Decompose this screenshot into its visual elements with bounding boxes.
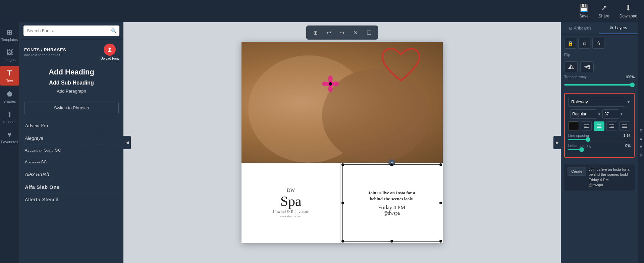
- collapse-left-button[interactable]: ◀: [123, 136, 131, 149]
- align-left-button[interactable]: [581, 121, 592, 131]
- align-right-button[interactable]: [606, 121, 617, 131]
- text-add-section: Add Heading Add Sub Heading Add Paragrap…: [19, 63, 123, 99]
- transparency-fill: [564, 84, 635, 86]
- flip-horizontal-button[interactable]: [564, 61, 578, 72]
- transparency-slider[interactable]: [564, 84, 635, 86]
- svg-point-3: [328, 75, 333, 82]
- upload-font-label: Upload Font: [101, 57, 119, 60]
- tab-artboards[interactable]: ⊡ Artboards: [561, 22, 599, 34]
- arrow-down-bottom[interactable]: ⬇: [638, 152, 644, 159]
- upload-font-button[interactable]: Upload Font: [101, 44, 119, 60]
- search-input[interactable]: [23, 25, 119, 36]
- line-spacing-label: Line spacing: [568, 134, 589, 138]
- sidebar-item-images[interactable]: 🖼 Images: [0, 46, 19, 64]
- flip-vertical-button[interactable]: [580, 61, 594, 72]
- switch-phrases-button[interactable]: Switch to Phrases: [24, 102, 119, 114]
- preview-panel: Create Join us live on Insta for a behin…: [564, 164, 635, 191]
- download-button[interactable]: ⬇ Download: [620, 4, 637, 18]
- undo-button[interactable]: ↩: [324, 28, 334, 38]
- add-subheading-button[interactable]: Add Sub Heading: [24, 78, 119, 87]
- insta-text: Join us live on Insta for a behind-the-s…: [368, 190, 415, 202]
- grid-tool-button[interactable]: ⊞: [310, 28, 320, 38]
- add-heading-button[interactable]: Add Heading: [24, 66, 119, 78]
- arrow-up[interactable]: ▲: [638, 135, 644, 142]
- templates-icon: ⊞: [7, 28, 12, 36]
- redo-button[interactable]: ↪: [337, 28, 347, 38]
- add-paragraph-button[interactable]: Add Paragraph: [24, 87, 119, 95]
- letter-spacing-thumb[interactable]: [579, 147, 584, 152]
- canvas-toolbar: ⊞ ↩ ↪ ✕ ☐: [306, 25, 378, 40]
- align-center-button[interactable]: [594, 121, 604, 131]
- heart-decoration: [379, 47, 423, 87]
- handle-br[interactable]: [439, 240, 442, 243]
- lock-button[interactable]: 🔒: [564, 38, 576, 49]
- font-style-select[interactable]: Regular: [570, 109, 597, 119]
- spa-left-panel: DW Spa Unwind & Rejuvenate www.dwspa.com: [241, 163, 341, 243]
- tab-layers[interactable]: ⧉ Layers: [599, 22, 638, 34]
- font-item-advent-pro[interactable]: Advent Pro: [19, 119, 123, 132]
- font-item-alegreya-sans-sc[interactable]: Alegreya Sans SC: [19, 145, 123, 156]
- font-item-allerta-stencil[interactable]: Allerta Stencil: [19, 194, 123, 206]
- icon-controls-row: 🔒 ⧉ 🗑: [564, 38, 635, 49]
- main-area: ⊞ Templates 🖼 Images T Text ⬟ Shapes ⬆ U…: [0, 22, 644, 263]
- color-swatch[interactable]: [568, 121, 579, 131]
- font-item-alfa-slab-one[interactable]: Alfa Slab One: [19, 181, 123, 194]
- tab-artboards-label: Artboards: [574, 26, 591, 31]
- font-name-select[interactable]: Raleway: [568, 97, 625, 107]
- preview-text-block: Join us live on Insta for a behind-the-s…: [589, 167, 630, 188]
- handle-bl[interactable]: [341, 240, 344, 243]
- letter-spacing-slider[interactable]: [568, 149, 631, 150]
- line-spacing-thumb[interactable]: [586, 137, 590, 142]
- fonts-panel: 🔍 FONTS / PHRASES add text to the canvas…: [19, 22, 123, 263]
- sidebar-item-text[interactable]: T Text: [0, 66, 19, 86]
- line-spacing-value: 1.16: [624, 134, 631, 138]
- handle-tl[interactable]: [341, 163, 344, 166]
- fonts-list: Advent Pro Alegreya Alegreya Sans SC Ale…: [19, 117, 123, 263]
- search-wrap: 🔍: [23, 25, 119, 36]
- arrow-up-top[interactable]: ⬆: [638, 127, 644, 134]
- search-icon: 🔍: [111, 28, 117, 34]
- canvas-area: ⊞ ↩ ↪ ✕ ☐: [123, 22, 561, 263]
- share-button[interactable]: ↗ Share: [599, 4, 609, 18]
- create-button[interactable]: Create: [568, 167, 586, 176]
- right-panel: ⊡ Artboards ⧉ Layers 🔒 ⧉ 🗑 Flip: [561, 22, 638, 263]
- sidebar-item-uploads[interactable]: ⬆ Uploads: [0, 108, 19, 126]
- rotate-handle[interactable]: ↻: [388, 159, 395, 166]
- align-justify-button[interactable]: [619, 121, 630, 131]
- sidebar-item-templates[interactable]: ⊞ Templates: [0, 25, 19, 44]
- handle-mr[interactable]: [439, 202, 442, 204]
- flip-label: Flip: [564, 53, 635, 57]
- duplicate-button[interactable]: ⧉: [578, 38, 590, 49]
- selection-border: [342, 164, 441, 242]
- delete-button[interactable]: ✕: [351, 28, 361, 38]
- font-size-select[interactable]: 37: [602, 109, 619, 119]
- font-name-row: Raleway ▼: [568, 97, 631, 107]
- spa-right-panel[interactable]: ↻ Join us live on Insta for a: [341, 163, 443, 243]
- trash-button[interactable]: 🗑: [592, 38, 604, 49]
- spa-title-text: Spa: [280, 193, 302, 209]
- arrow-down[interactable]: ▼: [638, 144, 644, 150]
- font-controls-panel: Raleway ▼ Regular ▼ 37 ▼: [564, 93, 635, 158]
- letter-spacing-value: 0%: [625, 144, 631, 148]
- sidebar-label-templates: Templates: [1, 38, 18, 42]
- line-spacing-slider[interactable]: [568, 139, 631, 140]
- handle-bm[interactable]: [390, 240, 393, 243]
- handle-ml[interactable]: [341, 202, 344, 204]
- canvas-image-bg: [241, 42, 443, 163]
- sidebar-item-shapes[interactable]: ⬟ Shapes: [0, 87, 19, 106]
- font-item-alex-brush[interactable]: Alex Brush: [19, 168, 123, 181]
- save-button[interactable]: 💾 Save: [579, 4, 588, 18]
- frame-button[interactable]: ☐: [364, 28, 374, 38]
- transparency-value: 100%: [625, 75, 635, 79]
- style-dropdown-icon: ▼: [598, 112, 601, 116]
- sidebar-label-shapes: Shapes: [3, 99, 16, 103]
- handle-tr[interactable]: [439, 163, 442, 166]
- font-item-alegreya[interactable]: Alegreya: [19, 132, 123, 145]
- font-item-alegreya-sc[interactable]: Alegreya SC: [19, 156, 123, 168]
- fonts-title-block: FONTS / PHRASES add text to the canvas: [24, 47, 66, 57]
- spa-tagline-text: Unwind & Rejuvenate: [273, 209, 309, 214]
- transparency-thumb[interactable]: [630, 83, 635, 87]
- fonts-subtitle: add text to the canvas: [24, 53, 66, 57]
- sidebar-item-favourites[interactable]: ♥ Favourites: [0, 128, 19, 147]
- collapse-right-button[interactable]: ▶: [553, 136, 561, 149]
